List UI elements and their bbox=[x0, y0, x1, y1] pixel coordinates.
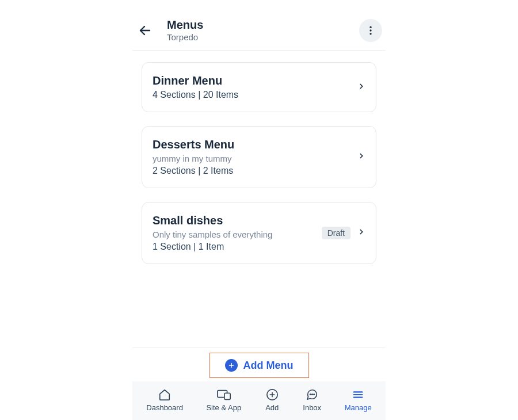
menu-card-title: Dinner Menu bbox=[153, 74, 351, 87]
menu-icon bbox=[351, 388, 365, 401]
menu-card-meta: 4 Sections | 20 Items bbox=[153, 90, 351, 100]
tab-manage[interactable]: Manage bbox=[345, 388, 372, 412]
tab-label: Manage bbox=[345, 403, 372, 412]
svg-point-3 bbox=[370, 33, 371, 35]
menu-card-title: Small dishes bbox=[153, 214, 315, 227]
add-row: Add Menu bbox=[132, 348, 386, 381]
page-title: Menus bbox=[167, 18, 346, 31]
bottom-area: Add Menu Dashboard Site & App Add bbox=[132, 348, 386, 420]
svg-rect-7 bbox=[224, 393, 230, 399]
tab-label: Site & App bbox=[206, 403, 241, 412]
menu-card-meta: 2 Sections | 2 Items bbox=[153, 166, 351, 176]
svg-point-13 bbox=[314, 394, 314, 395]
tab-dashboard[interactable]: Dashboard bbox=[146, 388, 183, 412]
back-button[interactable] bbox=[136, 21, 154, 40]
menu-card-desc: yummy in my tummy bbox=[153, 154, 351, 163]
chevron-right-icon bbox=[357, 152, 365, 162]
arrow-left-icon bbox=[138, 24, 152, 37]
devices-icon bbox=[216, 388, 231, 401]
header-text: Menus Torpedo bbox=[167, 18, 346, 42]
add-menu-label: Add Menu bbox=[243, 360, 294, 372]
home-icon bbox=[157, 388, 172, 401]
tab-bar: Dashboard Site & App Add Inbox bbox=[132, 381, 386, 420]
svg-point-1 bbox=[370, 26, 371, 28]
tab-add[interactable]: Add bbox=[265, 388, 280, 412]
page-subtitle: Torpedo bbox=[167, 32, 346, 42]
tab-inbox[interactable]: Inbox bbox=[303, 388, 321, 412]
menu-card-meta: 1 Section | 1 Item bbox=[153, 242, 315, 252]
chevron-right-icon bbox=[357, 82, 365, 93]
menu-card[interactable]: Desserts Menu yummy in my tummy 2 Sectio… bbox=[142, 126, 376, 188]
chevron-right-icon bbox=[357, 228, 365, 238]
more-button[interactable] bbox=[359, 19, 382, 42]
menu-card-title: Desserts Menu bbox=[153, 138, 351, 151]
plus-circle-icon bbox=[225, 359, 238, 372]
tab-label: Add bbox=[265, 403, 279, 412]
tab-label: Inbox bbox=[303, 403, 321, 412]
more-vertical-icon bbox=[365, 25, 376, 36]
menu-card[interactable]: Small dishes Only tiny samples of everyt… bbox=[142, 202, 376, 264]
add-menu-button[interactable]: Add Menu bbox=[210, 353, 309, 378]
tab-label: Dashboard bbox=[146, 403, 183, 412]
header: Menus Torpedo bbox=[132, 16, 386, 51]
svg-point-12 bbox=[312, 394, 313, 395]
menu-card[interactable]: Dinner Menu 4 Sections | 20 Items bbox=[142, 62, 376, 112]
plus-outline-icon bbox=[265, 388, 280, 401]
menu-card-desc: Only tiny samples of everything bbox=[153, 230, 315, 239]
chat-icon bbox=[304, 388, 319, 401]
svg-point-2 bbox=[370, 29, 371, 31]
menu-list: Dinner Menu 4 Sections | 20 Items Desser… bbox=[132, 51, 386, 264]
svg-point-11 bbox=[310, 394, 311, 395]
tab-site-app[interactable]: Site & App bbox=[206, 388, 241, 412]
draft-badge: Draft bbox=[322, 227, 351, 239]
